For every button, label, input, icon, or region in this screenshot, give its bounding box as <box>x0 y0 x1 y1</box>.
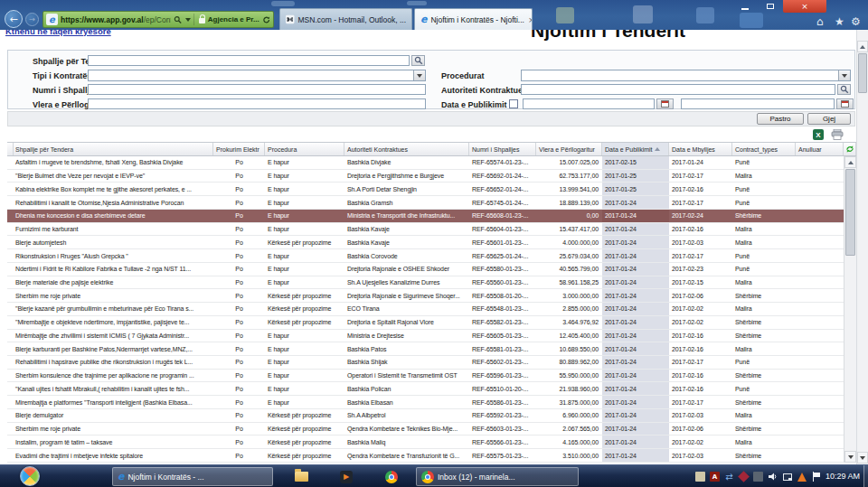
table-row[interactable]: "Blerje kazanë për grumbullimin e mbetur… <box>7 303 844 316</box>
grid-scrollbar[interactable] <box>844 156 856 463</box>
autoriteti-input[interactable] <box>521 84 835 95</box>
cell-autoriteti: Qendra Kombetare e Transfuzionit të G... <box>344 449 469 462</box>
shpallje-search-button[interactable] <box>411 55 425 66</box>
data-publikimit-checkbox[interactable] <box>509 99 518 108</box>
column-header[interactable]: Contract_types <box>732 143 796 155</box>
column-header[interactable]: Data e Publikimit <box>602 143 669 155</box>
table-row[interactable]: Blerje karburanti per Bashkine Patos,Nde… <box>7 342 844 356</box>
excel-export-icon[interactable]: X <box>813 129 824 140</box>
vlc-icon[interactable] <box>797 472 807 482</box>
taskbar-ie-window[interactable]: e Njoftim i Kontratës - ... <box>112 467 273 486</box>
printer-icon[interactable] <box>831 129 844 140</box>
favorites-star-icon[interactable]: ★ <box>835 15 844 28</box>
table-row[interactable]: Sherbim konsulence dhe trajnime per apli… <box>7 370 844 383</box>
cell-mbylljes: 2017-02-03 <box>669 449 732 462</box>
window-close-button[interactable]: × <box>783 0 826 13</box>
home-icon[interactable]: ⌂ <box>816 15 824 28</box>
table-row[interactable]: Sherbim me roje privatePoKërkesë për pro… <box>7 423 844 436</box>
clock[interactable]: 10:29 AM <box>826 472 860 481</box>
table-row[interactable]: Rehabilitimi i kanalit te Otomise,Njesia… <box>7 196 844 210</box>
table-row[interactable]: Instalim, program të tatim – taksavePoKë… <box>7 435 844 449</box>
network-icon[interactable] <box>782 472 792 482</box>
column-header[interactable]: Data e Mbylljes <box>669 143 732 155</box>
certificate-name[interactable]: Agjencia e Pr... <box>208 15 259 23</box>
tipi-select[interactable] <box>88 70 426 81</box>
scroll-up-icon[interactable] <box>844 156 856 168</box>
autoriteti-search-button[interactable] <box>837 84 851 95</box>
dropdown-button[interactable] <box>413 70 425 80</box>
table-row[interactable]: Mirembajtja e platformes "Transporti int… <box>7 396 844 409</box>
column-header[interactable]: Autoriteti Kontraktues <box>344 143 469 155</box>
calendar-to-button[interactable] <box>836 98 854 109</box>
table-row[interactable]: Sherbim me roje privatePoKërkesë për pro… <box>7 289 844 303</box>
maximize-icon <box>767 4 774 9</box>
search-icon[interactable] <box>174 15 182 24</box>
address-dropdown-icon[interactable] <box>185 18 191 22</box>
browser-back-button[interactable]: ← <box>5 10 23 28</box>
table-row[interactable]: Kabina elektrike Box komplet me te gjith… <box>7 183 844 196</box>
table-row[interactable]: Mirëmbajtje dhe zhvillimi i sistemit ICM… <box>7 330 844 343</box>
tab-close-icon[interactable]: × <box>528 15 533 24</box>
table-row[interactable]: Ndertimi i Fidrit te Ri Kabllore Fabrika… <box>7 263 844 276</box>
table-row[interactable]: Furnizimi me karburantPoE hapurBashkia K… <box>7 223 844 237</box>
table-row[interactable]: "Mirembajtje e objekteve ndertimore, imp… <box>7 316 844 330</box>
date-from-input[interactable] <box>523 98 655 109</box>
column-header[interactable]: Numri i Shpalljes <box>469 143 536 155</box>
table-row[interactable]: Blerje automjeteshPoKërkesë për propozim… <box>7 236 844 249</box>
tab-msn[interactable]: MSN.com - Hotmail, Outlook, ... <box>279 8 412 30</box>
pastro-button[interactable]: Pastro <box>757 113 804 125</box>
table-row[interactable]: "Blerje Bulmet dhe Veze per nevojat e IE… <box>7 170 844 183</box>
settings-gear-icon[interactable]: ⚙ <box>851 15 861 28</box>
app-tray-icon[interactable] <box>695 472 705 482</box>
taskbar-media-player-button[interactable]: ▶ <box>333 469 360 484</box>
column-header[interactable]: Vlera e Përllogaritur <box>536 143 602 155</box>
back-to-home-link[interactable]: Kthehu në faqen kryesore <box>5 30 111 36</box>
security-shield-icon[interactable] <box>739 472 749 482</box>
window-maximize-button[interactable] <box>758 0 782 13</box>
scroll-down-icon[interactable] <box>857 452 868 464</box>
cell-numri: REF-65510-01-20-... <box>469 382 536 395</box>
start-button[interactable] <box>20 466 40 486</box>
browser-forward-button[interactable]: → <box>25 13 39 26</box>
procedurat-select[interactable] <box>521 70 851 81</box>
adobe-reader-icon[interactable]: A <box>710 472 720 482</box>
table-row[interactable]: Blerje materiale dhe pajisje elektrikePo… <box>7 276 844 290</box>
table-row[interactable]: Asfaltim i rrugeve te brendshme, fshati … <box>7 156 844 170</box>
dropdown-button[interactable] <box>838 70 850 80</box>
column-header[interactable]: Shpallje për Tendera <box>13 143 213 155</box>
taskbar-chrome-button[interactable] <box>378 469 405 484</box>
refresh-icon[interactable] <box>262 15 270 24</box>
taskbar-inbox-window[interactable]: Inbox (12) - marinela... <box>416 467 579 486</box>
column-header[interactable]: Procedura <box>265 143 344 155</box>
action-center-flag-icon[interactable] <box>811 472 821 482</box>
gjej-button[interactable]: Gjej <box>807 113 851 125</box>
scrollbar-thumb[interactable] <box>858 53 867 93</box>
column-header[interactable]: Prokurim Elektr <box>213 143 265 155</box>
tab-njoftim-active[interactable]: e Njoftim i Kontratës - Njofti... × <box>414 8 533 30</box>
sync-icon[interactable]: ⇄ <box>724 472 734 482</box>
numri-input[interactable] <box>88 84 426 95</box>
date-to-input[interactable] <box>681 98 835 109</box>
show-desktop-button[interactable] <box>863 465 868 487</box>
scroll-up-icon[interactable] <box>857 41 868 52</box>
column-header[interactable]: Anulluar <box>796 143 844 155</box>
vlera-input[interactable] <box>88 98 426 109</box>
table-row[interactable]: Blerje demulgatorPoKërkesë për propozime… <box>7 409 844 423</box>
window-minimize-button[interactable] <box>732 0 757 13</box>
shpallje-input[interactable] <box>88 55 410 66</box>
scroll-down-icon[interactable] <box>844 451 856 463</box>
scrollbar-thumb[interactable] <box>845 169 855 256</box>
table-row[interactable]: Evadimi dhe trajtimi i mbetjeve infekte … <box>7 449 844 463</box>
url-text[interactable]: https://www.app.gov.al/ep/Contra <box>61 15 171 24</box>
calendar-from-button[interactable] <box>656 98 674 109</box>
taskbar-explorer-button[interactable] <box>288 469 315 484</box>
settings-tray-icon[interactable] <box>753 472 763 482</box>
address-bar[interactable]: e https://www.app.gov.al/ep/Contra Agjen… <box>42 11 274 28</box>
page-scrollbar[interactable] <box>856 30 868 464</box>
table-row[interactable]: Rikonstruksion i Rruges "Alush Grepcka "… <box>7 249 844 263</box>
volume-icon[interactable] <box>768 472 778 482</box>
table-row[interactable]: "Kanali ujites i fshatit Mbrakull,( reha… <box>7 382 844 396</box>
table-row[interactable]: Dhenia me koncesion e disa sherbimeve de… <box>7 210 844 223</box>
table-row[interactable]: Rehabilitimi i hapsirave publike dhe rik… <box>7 356 844 370</box>
refresh-grid-button[interactable] <box>844 143 856 155</box>
